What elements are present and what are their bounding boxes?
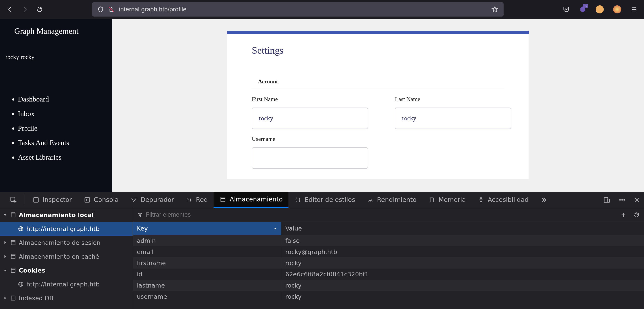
tree-indexed-db[interactable]: Indexed DB (0, 291, 132, 305)
tree-cache-storage[interactable]: Almacenamiento en caché (0, 250, 132, 264)
table-row[interactable]: emailrocky@graph.htb (133, 246, 644, 257)
devtools-panel: Inspector Consola Depurador Red Almacena… (0, 192, 644, 309)
caret-right-icon (3, 254, 8, 258)
performance-icon (367, 196, 374, 204)
storage-category-icon (10, 212, 16, 218)
devtools-element-picker[interactable] (4, 192, 23, 208)
responsive-mode-button[interactable] (603, 196, 610, 204)
devtools-kebab-icon[interactable] (618, 196, 626, 204)
nav-profile[interactable]: Profile (18, 121, 107, 136)
username-label: Username (252, 136, 504, 142)
tab-memory[interactable]: Memoria (422, 192, 472, 208)
lock-insecure-icon (108, 6, 114, 12)
tabs-overflow-button[interactable] (534, 192, 553, 208)
tree-local-storage[interactable]: Almacenamiento local (0, 208, 132, 222)
nav-inbox[interactable]: Inbox (18, 106, 107, 121)
nav-dashboard[interactable]: Dashboard (18, 92, 107, 106)
account-heading: Account (252, 78, 504, 89)
svg-rect-31 (11, 240, 15, 245)
tab-console[interactable]: Consola (78, 192, 124, 208)
tab-storage[interactable]: Almacenamiento (214, 192, 288, 208)
table-row[interactable]: firstnamerocky (133, 257, 644, 268)
caret-right-icon (3, 296, 8, 300)
url-bar[interactable] (92, 2, 504, 16)
shield-icon (98, 6, 104, 12)
username-input[interactable] (252, 147, 368, 169)
tab-debugger[interactable]: Depurador (124, 192, 180, 208)
tab-network[interactable]: Red (180, 192, 214, 208)
filter-input[interactable] (146, 211, 617, 218)
tree-cookies-host[interactable]: http://internal.graph.htb (0, 277, 132, 291)
accessibility-icon (478, 196, 484, 204)
memory-icon (428, 196, 435, 204)
tree-cookies[interactable]: Cookies (0, 264, 132, 277)
console-icon (84, 196, 91, 204)
nav-list: Dashboard Inbox Profile Tasks And Events… (5, 92, 107, 164)
style-editor-icon (294, 196, 302, 204)
svg-point-23 (624, 199, 625, 200)
storage-category-icon (10, 240, 16, 246)
table-body: adminfalse emailrocky@graph.htb firstnam… (133, 235, 644, 309)
inspector-icon (32, 196, 40, 204)
nav-reload-button[interactable] (36, 6, 43, 13)
nav-tasks[interactable]: Tasks And Events (18, 136, 107, 150)
svg-rect-33 (11, 254, 15, 259)
storage-tree: Almacenamiento local http://internal.gra… (0, 208, 133, 309)
filter-icon (137, 212, 143, 218)
extension-icon[interactable]: 5 (579, 6, 586, 13)
add-item-button[interactable] (620, 212, 626, 218)
tab-performance[interactable]: Rendimiento (361, 192, 422, 208)
sort-asc-icon (274, 227, 277, 230)
table-row[interactable]: lastnamerocky (133, 280, 644, 291)
last-name-input[interactable] (395, 108, 511, 129)
nav-assets[interactable]: Asset Libraries (18, 150, 107, 164)
settings-heading: Settings (252, 45, 504, 56)
globe-icon (18, 281, 24, 287)
storage-icon (219, 196, 226, 203)
tree-local-storage-host[interactable]: http://internal.graph.htb (0, 222, 132, 236)
table-header-row: Key Value (133, 222, 644, 235)
tree-session-storage[interactable]: Almacenamiento de sesión (0, 236, 132, 250)
table-row[interactable]: usernamerocky (133, 291, 644, 302)
caret-down-icon (3, 268, 8, 272)
svg-rect-26 (11, 213, 15, 217)
extension-radiant-icon[interactable] (613, 5, 621, 14)
tab-accessibility[interactable]: Accesibilidad (472, 192, 534, 208)
column-header-key[interactable]: Key (133, 222, 281, 235)
browser-toolbar: 5 (0, 0, 644, 19)
first-name-input[interactable] (252, 108, 368, 129)
app-title: Graph Management (5, 26, 107, 36)
hamburger-menu-icon[interactable] (630, 6, 637, 13)
column-header-value[interactable]: Value (281, 222, 644, 235)
network-icon (186, 196, 193, 204)
nav-forward-button[interactable] (22, 6, 28, 13)
last-name-label: Last Name (395, 96, 511, 103)
svg-rect-40 (11, 296, 15, 300)
storage-category-icon (10, 268, 16, 273)
tab-inspector[interactable]: Inspector (26, 192, 78, 208)
content-area: Settings Account First Name Last Name Us… (112, 19, 644, 192)
table-row[interactable]: id62e6c6ff8a2cf0041c320bf1 (133, 268, 644, 280)
table-row[interactable]: adminfalse (133, 235, 644, 246)
first-name-label: First Name (252, 96, 368, 103)
pocket-icon[interactable] (562, 6, 570, 13)
nav-back-button[interactable] (7, 6, 14, 13)
bookmark-star-icon[interactable] (492, 6, 498, 13)
svg-rect-8 (221, 197, 225, 202)
caret-right-icon (3, 240, 8, 244)
debugger-icon (130, 196, 138, 204)
extension-cookie-icon[interactable] (596, 5, 604, 14)
element-picker-icon (10, 196, 17, 204)
caret-down-icon (3, 213, 8, 217)
url-input[interactable] (119, 6, 487, 13)
devtools-close-icon[interactable] (634, 197, 640, 203)
svg-rect-35 (11, 268, 15, 272)
svg-point-22 (622, 199, 623, 200)
svg-point-21 (619, 199, 621, 200)
tab-style-editor[interactable]: Editor de estilos (288, 192, 361, 208)
storage-category-icon (10, 254, 16, 259)
user-display: rocky rocky (5, 54, 107, 60)
refresh-button[interactable] (633, 212, 640, 218)
devtools-tabbar: Inspector Consola Depurador Red Almacena… (0, 192, 644, 208)
page-viewport: Graph Management rocky rocky Dashboard I… (0, 19, 644, 192)
